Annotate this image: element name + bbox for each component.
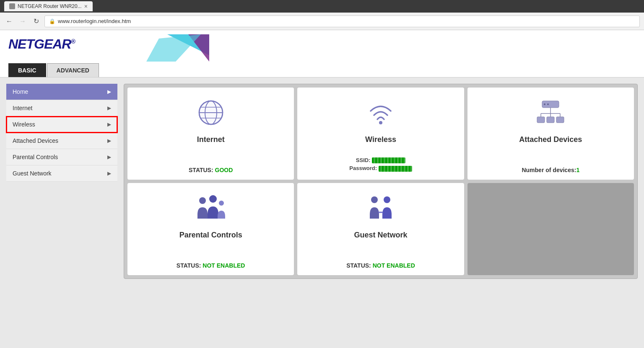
parental-controls-title: Parental Controls: [179, 231, 242, 240]
ssid-label: SSID:: [356, 157, 371, 163]
svg-marker-3: [146, 34, 201, 62]
brand-graphic: [83, 34, 209, 62]
browser-chrome: NETGEAR Router WNR20... ×: [0, 0, 644, 13]
wireless-info: SSID: Password:: [349, 157, 412, 173]
svg-point-10: [379, 121, 382, 124]
page: NETGEAR® BASIC ADVANCED Home ▶ Internet: [0, 30, 644, 348]
sidebar-item-label: Parental Controls: [13, 154, 58, 160]
sidebar-item-wireless[interactable]: Wireless ▶: [6, 116, 117, 133]
svg-point-23: [209, 195, 217, 203]
sidebar-item-guest-network[interactable]: Guest Network ▶: [6, 165, 117, 182]
password-label: Password:: [349, 165, 377, 171]
sidebar-arrow-wireless: ▶: [107, 121, 111, 127]
internet-status-label: STATUS:: [189, 167, 213, 173]
tab-favicon: [9, 3, 15, 9]
sidebar-item-parental-controls[interactable]: Parental Controls ▶: [6, 149, 117, 165]
sidebar-item-label: Wireless: [13, 121, 35, 128]
attached-devices-title: Attached Devices: [519, 135, 582, 144]
sidebar-arrow-home: ▶: [107, 89, 111, 95]
header-graphic: [83, 34, 209, 63]
reload-button[interactable]: ↻: [31, 16, 41, 26]
nav-tabs: BASIC ADVANCED: [0, 63, 644, 77]
svg-point-25: [371, 196, 378, 203]
svg-point-9: [199, 101, 223, 124]
devices-label: Number of devices:: [522, 167, 576, 173]
svg-point-24: [219, 201, 224, 206]
sidebar-arrow-parental: ▶: [107, 154, 111, 160]
internet-icon: [194, 96, 228, 131]
sidebar-arrow-guest: ▶: [107, 170, 111, 176]
ssid-value-masked: [372, 157, 405, 163]
sidebar-arrow-internet: ▶: [107, 105, 111, 111]
content-area: Internet STATUS: GOOD: [124, 84, 638, 279]
svg-rect-16: [556, 117, 564, 123]
attached-devices-info: Number of devices:1: [522, 167, 579, 173]
tab-basic[interactable]: BASIC: [8, 63, 46, 77]
netgear-logo: NETGEAR®: [8, 34, 75, 52]
attached-devices-card[interactable]: Attached Devices Number of devices:1: [467, 88, 634, 180]
parental-status-label: STATUS:: [177, 262, 201, 269]
back-button[interactable]: ←: [4, 16, 14, 26]
guest-status-label: STATUS:: [346, 262, 371, 269]
tab-advanced[interactable]: ADVANCED: [47, 63, 99, 77]
internet-status: STATUS: GOOD: [189, 167, 233, 173]
address-lock-icon: 🔒: [49, 18, 55, 24]
browser-toolbar: ← → ↻ 🔒 www.routerlogin.net/index.htm: [0, 13, 644, 30]
tab-title: NETGEAR Router WNR20...: [18, 3, 82, 9]
page-header: NETGEAR®: [0, 30, 644, 63]
parental-controls-status: STATUS: NOT ENABLED: [177, 262, 245, 269]
sidebar-item-internet[interactable]: Internet ▶: [6, 100, 117, 116]
svg-point-22: [199, 197, 206, 204]
svg-point-26: [384, 196, 390, 203]
svg-rect-14: [537, 117, 545, 123]
internet-title: Internet: [197, 135, 225, 144]
internet-status-value: GOOD: [215, 167, 233, 173]
main-layout: Home ▶ Internet ▶ Wireless ▶ Attached De…: [0, 77, 644, 285]
guest-network-status: STATUS: NOT ENABLED: [346, 262, 415, 269]
sidebar: Home ▶ Internet ▶ Wireless ▶ Attached De…: [6, 84, 117, 279]
sidebar-item-label: Home: [13, 88, 28, 95]
sidebar-item-attached-devices[interactable]: Attached Devices ▶: [6, 133, 117, 149]
wireless-title: Wireless: [365, 135, 396, 144]
guest-network-title: Guest Network: [354, 231, 407, 240]
wireless-icon: [364, 96, 397, 131]
sidebar-item-label: Attached Devices: [13, 137, 58, 144]
attached-devices-icon: [534, 96, 567, 131]
browser-tab[interactable]: NETGEAR Router WNR20... ×: [4, 1, 93, 11]
forward-button[interactable]: →: [18, 16, 28, 26]
sidebar-arrow-attached: ▶: [107, 138, 111, 144]
sidebar-item-label: Internet: [13, 105, 32, 111]
parental-controls-card[interactable]: Parental Controls STATUS: NOT ENABLED: [127, 183, 294, 275]
wireless-card[interactable]: Wireless SSID: Password:: [297, 88, 464, 180]
address-bar[interactable]: 🔒 www.routerlogin.net/index.htm: [44, 15, 640, 27]
devices-count: 1: [576, 167, 579, 173]
sidebar-item-label: Guest Network: [13, 170, 52, 177]
guest-network-icon: [364, 191, 397, 227]
parental-status-value: NOT ENABLED: [203, 262, 245, 269]
empty-card: [467, 183, 634, 275]
parental-controls-icon: [194, 191, 228, 227]
password-value-masked: [379, 166, 412, 172]
svg-rect-15: [547, 117, 554, 123]
guest-status-value: NOT ENABLED: [373, 262, 415, 269]
tab-close-icon[interactable]: ×: [84, 3, 88, 10]
cards-grid: Internet STATUS: GOOD: [127, 88, 634, 275]
guest-network-card[interactable]: Guest Network STATUS: NOT ENABLED: [297, 183, 464, 275]
svg-point-12: [544, 103, 545, 105]
svg-point-13: [547, 103, 549, 105]
address-text: www.routerlogin.net/index.htm: [58, 18, 131, 24]
sidebar-item-home[interactable]: Home ▶: [6, 84, 117, 100]
internet-card[interactable]: Internet STATUS: GOOD: [127, 88, 294, 180]
